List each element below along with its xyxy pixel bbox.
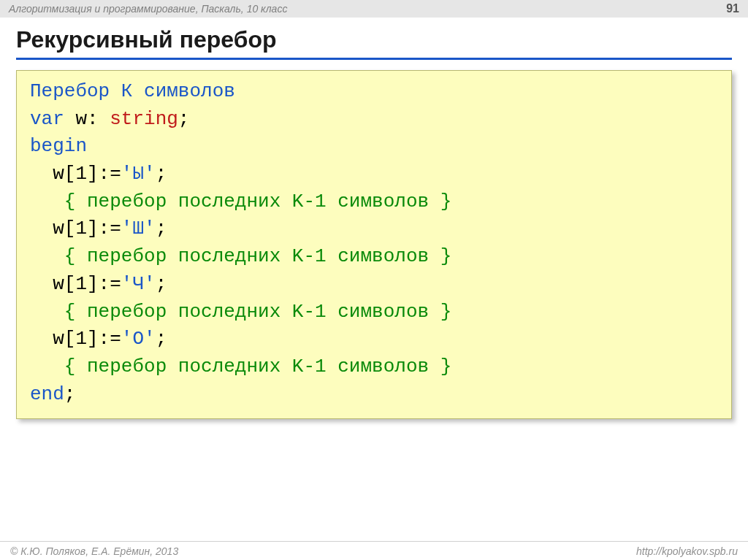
comment: { перебор последних K-1 символов }	[30, 191, 451, 212]
semi: ;	[156, 218, 167, 239]
footer-url: http://kpolyakov.spb.ru	[636, 545, 738, 557]
var-name: w:	[64, 108, 110, 130]
semi: ;	[178, 108, 190, 130]
slide-title: Рекурсивный перебор	[16, 26, 732, 60]
literal: 'О'	[121, 328, 156, 350]
code-block: Перебор К символов var w: string; begin …	[16, 70, 732, 419]
course-title: Алгоритмизация и программирование, Паска…	[9, 3, 287, 15]
kw-begin: begin	[30, 135, 87, 157]
copyright: © К.Ю. Поляков, Е.А. Ерёмин, 2013	[10, 545, 178, 557]
semi: ;	[156, 163, 167, 185]
code-heading: Перебор К символов	[30, 80, 235, 102]
slide-header: Алгоритмизация и программирование, Паска…	[0, 0, 748, 18]
kw-end: end	[30, 383, 64, 405]
page-number: 91	[726, 2, 739, 15]
literal: 'Ш'	[121, 218, 156, 239]
semi: ;	[156, 273, 167, 295]
assign: w[1]:=	[30, 163, 121, 185]
type: string	[110, 108, 178, 130]
literal: 'Ч'	[121, 273, 156, 295]
semi: ;	[156, 328, 167, 350]
slide-content: Рекурсивный перебор Перебор К символов v…	[0, 18, 748, 419]
comment: { перебор последних K-1 символов }	[30, 301, 451, 323]
comment: { перебор последних K-1 символов }	[30, 245, 451, 267]
assign: w[1]:=	[30, 328, 121, 350]
assign: w[1]:=	[30, 218, 121, 239]
literal: 'Ы'	[121, 163, 156, 185]
kw-var: var	[30, 108, 64, 130]
slide-footer: © К.Ю. Поляков, Е.А. Ерёмин, 2013 http:/…	[0, 541, 748, 560]
comment: { перебор последних K-1 символов }	[30, 356, 451, 377]
assign: w[1]:=	[30, 273, 121, 295]
end-semi: ;	[64, 383, 76, 405]
